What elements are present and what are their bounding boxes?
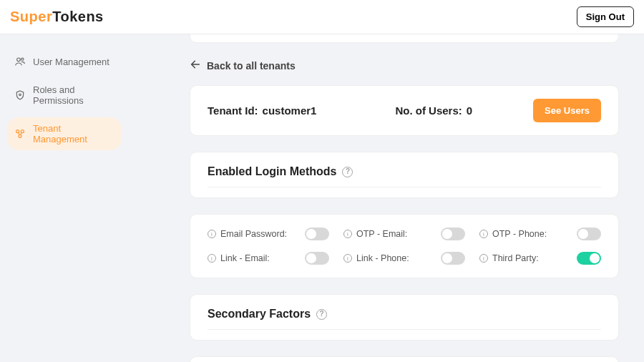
tenant-icon — [14, 128, 26, 140]
logo-super: Super — [10, 9, 52, 25]
svg-point-3 — [16, 130, 19, 133]
toggle[interactable] — [577, 252, 601, 265]
svg-point-4 — [21, 130, 24, 133]
card-ghost — [190, 34, 619, 43]
info-icon[interactable]: i — [208, 254, 216, 263]
topbar: SuperTokens Sign Out — [0, 0, 644, 34]
help-icon[interactable]: ? — [316, 309, 327, 320]
users-count-label: No. of Users: — [395, 104, 462, 117]
users-count-value: 0 — [467, 104, 472, 117]
logo-tokens: Tokens — [52, 9, 104, 25]
content: Back to all tenants Tenant Id: customer1… — [129, 34, 644, 362]
toggle[interactable] — [441, 228, 465, 240]
logo: SuperTokens — [10, 9, 104, 25]
secondary-factors-toggles: iTOTP: iOTP - Email: iOTP - Phone: — [190, 356, 619, 362]
login-methods-toggles: iEmail Password: iOTP - Email: iOTP - Ph… — [190, 214, 619, 278]
tenant-summary-card: Tenant Id: customer1 No. of Users: 0 See… — [190, 85, 619, 136]
info-icon[interactable]: i — [343, 230, 352, 238]
back-label: Back to all tenants — [207, 60, 296, 72]
svg-point-0 — [17, 58, 21, 62]
sidebar-item-label: User Management — [33, 57, 109, 67]
info-icon[interactable]: i — [208, 230, 216, 238]
divider — [208, 329, 601, 330]
login-methods-header-card: Enabled Login Methods ? — [190, 152, 619, 198]
svg-point-1 — [21, 58, 24, 60]
toggle[interactable] — [305, 252, 329, 265]
login-methods-title: Enabled Login Methods — [208, 165, 336, 178]
divider — [208, 187, 601, 187]
toggle-link-phone: iLink - Phone: — [343, 252, 465, 265]
info-icon[interactable]: i — [479, 230, 488, 238]
toggle[interactable] — [577, 228, 601, 240]
sidebar-item-tenant-management[interactable]: Tenant Management — [7, 117, 122, 150]
tenant-id-value: customer1 — [263, 104, 317, 117]
toggle[interactable] — [305, 228, 329, 240]
toggle-otp-phone: iOTP - Phone: — [479, 228, 601, 240]
toggle-third-party: iThird Party: — [479, 252, 601, 265]
back-to-tenants-link[interactable]: Back to all tenants — [190, 59, 619, 72]
info-icon[interactable]: i — [479, 254, 488, 263]
sign-out-button[interactable]: Sign Out — [577, 6, 634, 27]
users-icon — [14, 56, 26, 67]
secondary-factors-header-card: Secondary Factors ? — [190, 294, 619, 341]
secondary-factors-title: Secondary Factors — [208, 308, 311, 321]
svg-point-2 — [19, 94, 21, 96]
sidebar-item-label: Roles and Permissions — [33, 84, 114, 106]
sidebar: User Management Roles and Permissions Te… — [0, 34, 129, 362]
tenant-id-label: Tenant Id: — [208, 104, 258, 117]
sidebar-item-roles[interactable]: Roles and Permissions — [7, 79, 122, 112]
toggle-email-password: iEmail Password: — [208, 228, 329, 240]
toggle-link-email: iLink - Email: — [208, 252, 329, 265]
info-icon[interactable]: i — [343, 254, 352, 263]
help-icon[interactable]: ? — [342, 167, 353, 177]
sidebar-item-user-management[interactable]: User Management — [7, 50, 122, 73]
shield-icon — [14, 89, 26, 101]
sidebar-item-label: Tenant Management — [33, 123, 114, 145]
toggle-otp-email: iOTP - Email: — [343, 228, 465, 240]
toggle[interactable] — [441, 252, 465, 265]
see-users-button[interactable]: See Users — [533, 99, 601, 122]
arrow-left-icon — [190, 59, 201, 72]
svg-point-5 — [19, 134, 21, 137]
